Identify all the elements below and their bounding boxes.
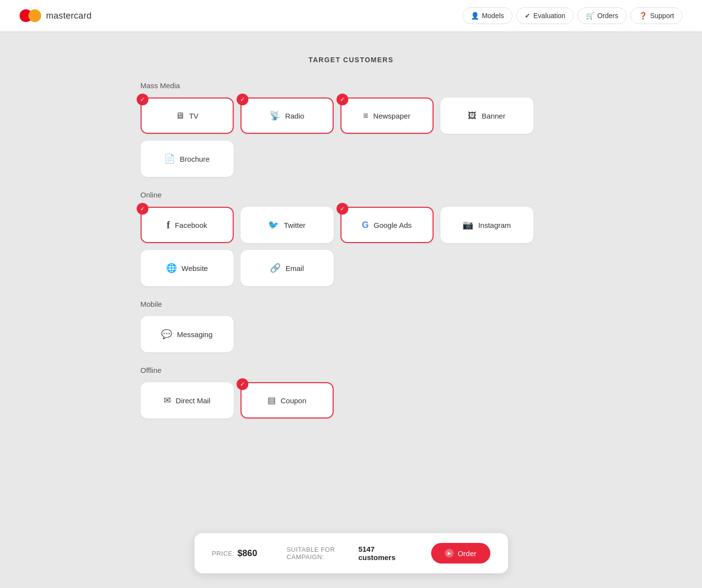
- card-facebook[interactable]: ✓fFacebook: [141, 207, 234, 243]
- mastercard-logo: [20, 9, 41, 23]
- suitable-section: SUITABLE FOR CAMPAIGN: 5147 customers: [287, 545, 402, 562]
- radio-icon: 📡: [269, 110, 280, 121]
- support-icon: ❓: [639, 12, 647, 20]
- cards-grid-offline: ✉Direct Mail✓▤Coupon: [141, 382, 562, 418]
- card-label-website: Website: [182, 264, 208, 272]
- main-nav: 👤 Models ✔ Evaluation 🛒 Orders ❓ Support: [462, 7, 682, 24]
- card-label-google-ads: Google Ads: [374, 221, 412, 229]
- card-label-coupon: Coupon: [281, 396, 307, 405]
- logo: mastercard: [20, 9, 92, 23]
- cards-grid-mobile: 💬Messaging: [141, 316, 562, 352]
- coupon-icon: ▤: [267, 395, 276, 406]
- nav-models[interactable]: 👤 Models: [462, 7, 512, 24]
- nav-models-label: Models: [482, 12, 504, 20]
- models-icon: 👤: [471, 12, 479, 20]
- card-banner[interactable]: 🖼Banner: [440, 98, 533, 134]
- direct-mail-icon: ✉: [164, 395, 171, 406]
- card-label-brochure: Brochure: [180, 155, 210, 163]
- card-website[interactable]: 🌐Website: [141, 250, 234, 286]
- cards-grid-mass-media: ✓🖥TV✓📡Radio✓≡Newspaper🖼Banner📄Brochure: [141, 98, 562, 177]
- brochure-icon: 📄: [164, 153, 175, 164]
- logo-text: mastercard: [46, 11, 92, 21]
- order-button[interactable]: ▶ Order: [431, 543, 490, 564]
- nav-orders-label: Orders: [597, 12, 618, 20]
- nav-evaluation-label: Evaluation: [533, 12, 565, 20]
- section-mass-media: Mass Media✓🖥TV✓📡Radio✓≡Newspaper🖼Banner📄…: [141, 81, 562, 177]
- section-offline: Offline✉Direct Mail✓▤Coupon: [141, 366, 562, 418]
- card-email[interactable]: 🔗Email: [241, 250, 334, 286]
- cards-grid-online: ✓fFacebook🐦Twitter✓GGoogle Ads📷Instagram…: [141, 207, 562, 286]
- price-value: $860: [238, 548, 257, 559]
- suitable-value: 5147 customers: [358, 545, 402, 562]
- card-coupon[interactable]: ✓▤Coupon: [241, 382, 334, 418]
- check-badge-radio: ✓: [237, 94, 248, 105]
- website-icon: 🌐: [166, 263, 177, 273]
- card-label-newspaper: Newspaper: [373, 112, 411, 120]
- nav-support-label: Support: [650, 12, 674, 20]
- card-google-ads[interactable]: ✓GGoogle Ads: [340, 207, 434, 243]
- card-label-tv: TV: [189, 112, 198, 120]
- card-direct-mail[interactable]: ✉Direct Mail: [141, 382, 234, 418]
- price-section: PRICE: $860: [212, 548, 257, 559]
- nav-evaluation[interactable]: ✔ Evaluation: [516, 7, 574, 24]
- header: mastercard 👤 Models ✔ Evaluation 🛒 Order…: [0, 0, 702, 31]
- suitable-label: SUITABLE FOR CAMPAIGN:: [287, 546, 356, 561]
- section-label-online: Online: [141, 191, 562, 199]
- card-tv[interactable]: ✓🖥TV: [141, 98, 234, 134]
- card-label-banner: Banner: [482, 112, 505, 120]
- facebook-icon: f: [167, 220, 170, 231]
- card-label-instagram: Instagram: [478, 221, 511, 229]
- twitter-icon: 🐦: [268, 220, 279, 230]
- section-mobile: Mobile💬Messaging: [141, 300, 562, 352]
- price-label: PRICE:: [212, 550, 235, 557]
- card-label-messaging: Messaging: [177, 330, 213, 339]
- card-instagram[interactable]: 📷Instagram: [440, 207, 533, 243]
- card-label-direct-mail: Direct Mail: [176, 396, 211, 405]
- bottom-bar: PRICE: $860 SUITABLE FOR CAMPAIGN: 5147 …: [194, 533, 508, 573]
- card-label-email: Email: [286, 264, 304, 272]
- card-label-radio: Radio: [285, 112, 304, 120]
- card-radio[interactable]: ✓📡Radio: [241, 98, 334, 134]
- orders-icon: 🛒: [586, 12, 594, 20]
- logo-circle-yellow: [28, 9, 41, 22]
- evaluation-icon: ✔: [525, 12, 531, 20]
- check-badge-coupon: ✓: [237, 378, 248, 390]
- page-title: TARGET CUSTOMERS: [141, 56, 562, 64]
- sections-container: Mass Media✓🖥TV✓📡Radio✓≡Newspaper🖼Banner📄…: [141, 81, 562, 418]
- instagram-icon: 📷: [462, 220, 473, 230]
- main-content: TARGET CUSTOMERS Mass Media✓🖥TV✓📡Radio✓≡…: [131, 31, 572, 491]
- card-newspaper[interactable]: ✓≡Newspaper: [340, 98, 434, 134]
- tv-icon: 🖥: [175, 111, 184, 121]
- check-badge-google-ads: ✓: [337, 203, 348, 215]
- section-label-mobile: Mobile: [141, 300, 562, 308]
- card-twitter[interactable]: 🐦Twitter: [241, 207, 334, 243]
- section-label-offline: Offline: [141, 366, 562, 374]
- card-label-facebook: Facebook: [175, 221, 207, 229]
- messaging-icon: 💬: [161, 329, 172, 340]
- newspaper-icon: ≡: [363, 111, 368, 121]
- order-label: Order: [458, 549, 476, 558]
- card-label-twitter: Twitter: [284, 221, 305, 229]
- google-ads-icon: G: [362, 220, 369, 230]
- check-badge-newspaper: ✓: [337, 94, 348, 105]
- check-badge-tv: ✓: [137, 94, 148, 105]
- card-brochure[interactable]: 📄Brochure: [141, 141, 234, 177]
- card-messaging[interactable]: 💬Messaging: [141, 316, 234, 352]
- section-label-mass-media: Mass Media: [141, 81, 562, 90]
- section-online: Online✓fFacebook🐦Twitter✓GGoogle Ads📷Ins…: [141, 191, 562, 286]
- nav-orders[interactable]: 🛒 Orders: [578, 7, 627, 24]
- banner-icon: 🖼: [468, 111, 477, 121]
- nav-support[interactable]: ❓ Support: [630, 7, 682, 24]
- check-badge-facebook: ✓: [137, 203, 148, 215]
- play-icon: ▶: [445, 549, 454, 558]
- email-icon: 🔗: [270, 263, 281, 273]
